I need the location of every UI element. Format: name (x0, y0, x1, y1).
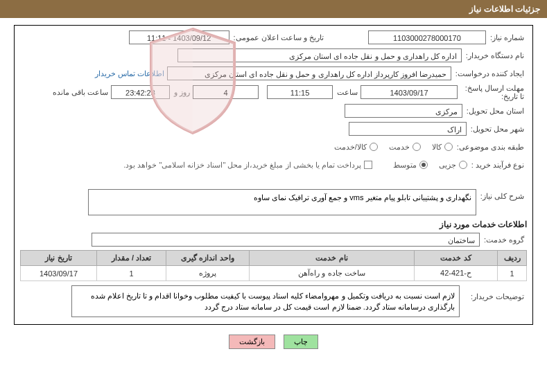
class-radio-khedmat-label: خدمت (389, 143, 410, 152)
class-radio-khedmat[interactable]: خدمت (389, 143, 421, 152)
th-unit: واحد اندازه گیری (166, 251, 250, 266)
back-button[interactable]: بازگشت (229, 335, 275, 349)
deliver-province-field: مرکزی (345, 104, 462, 118)
need-desc-label: شرح کلی نیاز: (476, 189, 527, 201)
treasury-note-label: پرداخت تمام یا بخشی از مبلغ خرید،از محل … (119, 161, 364, 170)
th-name: نام خدمت (250, 251, 415, 266)
process-radio-minor[interactable]: جزیی (439, 161, 467, 170)
th-code: کد خدمت (415, 251, 498, 266)
deliver-province-label: استان محل تحویل: (462, 107, 527, 116)
process-radio-minor-label: جزیی (439, 161, 456, 170)
class-radio-both-label: کالا/خدمت (334, 143, 367, 152)
process-group: جزیی متوسط (393, 161, 467, 170)
table-row: 1 ح-421-42 ساخت جاده و راه‌آهن پروژه 1 1… (21, 266, 527, 281)
services-header: اطلاعات خدمات مورد نیاز (20, 220, 527, 229)
print-button[interactable]: چاپ (284, 335, 318, 349)
need-no-field: 1103000278000170 (368, 30, 486, 44)
th-qty: تعداد / مقدار (97, 251, 166, 266)
requester-label: ایجاد کننده درخواست: (451, 69, 527, 78)
service-group-label: گروه خدمت: (480, 235, 527, 244)
page-title-bar: جزئیات اطلاعات نیاز (0, 0, 547, 18)
process-radio-medium[interactable]: متوسط (393, 161, 428, 170)
subject-class-group: کالا خدمت کالا/خدمت (334, 143, 453, 152)
cell-name: ساخت جاده و راه‌آهن (250, 266, 415, 281)
th-row: ردیف (498, 251, 527, 266)
buyer-org-label: نام دستگاه خریدار: (462, 51, 527, 60)
cell-unit: پروژه (166, 266, 250, 281)
remaining-label: ساعت باقی مانده (49, 88, 111, 97)
deliver-city-label: شهر محل تحویل: (467, 125, 527, 134)
process-radio-medium-label: متوسط (393, 161, 417, 170)
deadline-time-field: 11:15 (267, 85, 333, 99)
th-date: تاریخ نیاز (21, 251, 97, 266)
buyer-notes-label: توضیحات خریدار: (467, 285, 527, 301)
class-radio-both[interactable]: کالا/خدمت (334, 143, 378, 152)
watermark-shield-icon (144, 26, 241, 138)
subject-class-label: طبقه بندی موضوعی: (453, 143, 527, 152)
time-word: ساعت (333, 88, 361, 97)
deadline-label: مهلت ارسال پاسخ: تا تاریخ: (458, 84, 527, 100)
process-label: نوع فرآیند خرید : (467, 161, 527, 170)
cell-date: 1403/09/17 (21, 266, 97, 281)
announce-dt-label: تاریخ و ساعت اعلان عمومی: (229, 33, 327, 42)
button-row: چاپ بازگشت (0, 330, 547, 352)
cell-code: ح-421-42 (415, 266, 498, 281)
service-group-field: ساختمان (92, 233, 480, 247)
cell-row: 1 (498, 266, 527, 281)
cell-qty: 1 (97, 266, 166, 281)
class-radio-kala-label: کالا (432, 143, 442, 152)
deadline-date-field: 1403/09/17 (361, 85, 458, 99)
buyer-notes-field: لازم است نسبت به دریافت وتکمیل و مهروامض… (71, 285, 460, 317)
need-desc-field: نگهداری و پشتیبانی تابلو پیام متغیر vms … (88, 189, 476, 215)
need-no-label: شماره نیاز: (486, 33, 527, 42)
treasury-checkbox[interactable] (364, 161, 372, 169)
services-table: ردیف کد خدمت نام خدمت واحد اندازه گیری ت… (20, 250, 527, 281)
table-header-row: ردیف کد خدمت نام خدمت واحد اندازه گیری ت… (21, 251, 527, 266)
form-panel: AriaTender.net شماره نیاز: 1103000278000… (14, 25, 533, 325)
class-radio-kala[interactable]: کالا (432, 143, 453, 152)
deliver-city-field: اراک (349, 122, 467, 136)
